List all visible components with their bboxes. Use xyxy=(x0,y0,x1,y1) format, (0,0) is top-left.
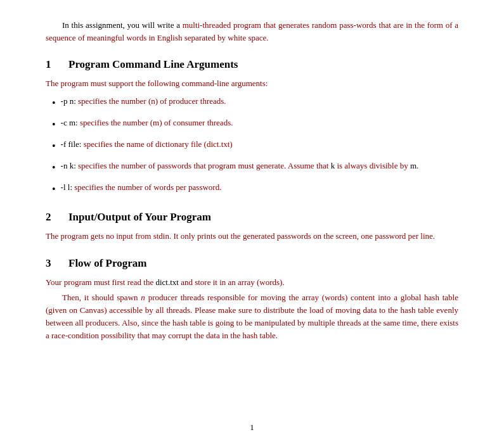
section-1-intro-text: The program must support the following c… xyxy=(46,79,268,88)
code-c: -c m: xyxy=(61,118,78,127)
page-number: 1 xyxy=(0,422,504,433)
bullet-text-1: -p n: specifies the number (n) of produc… xyxy=(61,95,458,108)
code-m: m xyxy=(410,161,417,170)
section-1-heading: 1 Program Command Line Arguments xyxy=(46,58,458,71)
section-3-number: 3 xyxy=(46,257,58,270)
section-1-title: Program Command Line Arguments xyxy=(68,58,238,71)
section-3-text-after: and store it in an array (words). xyxy=(179,277,285,287)
section-3-heading: 3 Flow of Program xyxy=(46,257,458,270)
section-2-text-1: The program gets no input from stdin. It… xyxy=(46,231,323,241)
code-n: -n k: xyxy=(61,161,76,170)
section-2-number: 2 xyxy=(46,211,58,224)
section-3-text-indent: Then, it should spawn n producer threads… xyxy=(46,293,458,340)
code-k: k xyxy=(331,161,335,170)
bullet-desc-c: specifies the number (m) of consumer thr… xyxy=(78,118,233,127)
page: In this assignment, you will write a mul… xyxy=(0,0,504,444)
bullet-dot-4: • xyxy=(52,160,56,176)
bullet-dot-2: • xyxy=(52,117,56,133)
code-dict: dict.txt xyxy=(155,277,178,287)
bullet-text-4: -n k: specifies the number of passwords … xyxy=(61,160,458,172)
section-2-highlight: the screen, one password per line. xyxy=(323,231,435,241)
section-3-title: Flow of Program xyxy=(68,257,146,270)
bullet-item-l: • -l l: specifies the number of words pe… xyxy=(52,181,458,198)
section-1-intro: The program must support the following c… xyxy=(46,77,458,90)
bullet-desc-p: specifies the number (n) of producer thr… xyxy=(76,96,226,106)
section-3-body: Then, it should spawn n producer threads… xyxy=(46,291,458,343)
bullet-item-f: • -f file: specifies the name of diction… xyxy=(52,138,458,155)
section-2-body: The program gets no input from stdin. It… xyxy=(46,230,458,243)
intro-paragraph: In this assignment, you will write a mul… xyxy=(46,19,458,44)
section-1-number: 1 xyxy=(46,58,58,71)
code-f: -f file: xyxy=(61,139,82,149)
code-p: -p n: xyxy=(61,96,76,106)
intro-highlight: multi-threaded program that generates ra… xyxy=(46,20,458,42)
bullet-desc-l: specifies the number of words per passwo… xyxy=(72,182,221,192)
bullet-desc-f: specifies the name of dictionary file (d… xyxy=(81,139,232,149)
bullet-text-2: -c m: specifies the number (m) of consum… xyxy=(61,117,458,129)
bullet-item-c: • -c m: specifies the number (m) of cons… xyxy=(52,117,458,133)
intro-text: In this assignment, you will write a mul… xyxy=(46,20,458,42)
section-2-heading: 2 Input/Output of Your Program xyxy=(46,211,458,224)
bullet-desc-n: specifies the number of passwords that p… xyxy=(76,161,419,170)
section-2-title: Input/Output of Your Program xyxy=(68,211,211,224)
section-3-text-before: Your program must first read the xyxy=(46,277,155,287)
section-3-line1: Your program must first read the dict.tx… xyxy=(46,276,458,289)
bullet-item-n: • -n k: specifies the number of password… xyxy=(52,160,458,176)
page-number-text: 1 xyxy=(250,422,254,432)
bullet-text-5: -l l: specifies the number of words per … xyxy=(61,181,458,194)
em-n: n xyxy=(141,293,145,302)
bullet-dot-5: • xyxy=(52,182,56,198)
code-l: -l l: xyxy=(61,182,72,192)
bullet-item-p: • -p n: specifies the number (n) of prod… xyxy=(52,95,458,111)
section-1-bullets: • -p n: specifies the number (n) of prod… xyxy=(46,95,458,197)
bullet-dot-1: • xyxy=(52,96,56,111)
bullet-text-3: -f file: specifies the name of dictionar… xyxy=(61,138,458,151)
bullet-dot-3: • xyxy=(52,139,56,155)
